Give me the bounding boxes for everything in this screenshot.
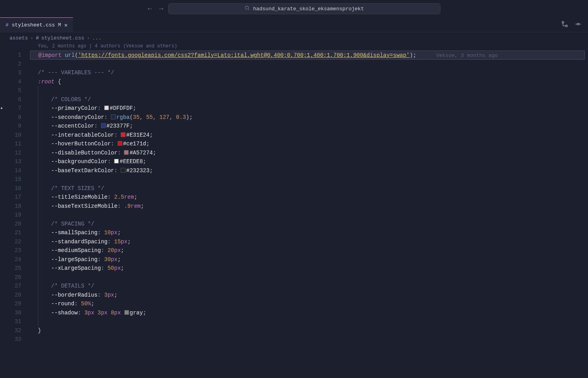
tab-filename: stylesheet.css: [12, 22, 55, 28]
code-line[interactable]: --backgroundColor: #EEEDE8;: [30, 157, 588, 166]
close-icon[interactable]: ✕: [64, 22, 67, 28]
breadcrumb-folder[interactable]: assets: [9, 35, 28, 41]
code-line[interactable]: --interactableColor: #E31E24;: [30, 131, 588, 140]
nav-forward-icon[interactable]: →: [159, 5, 163, 13]
code-line[interactable]: /* COLORS */: [30, 95, 588, 104]
gutter: 12345 678910 1112131415 1617181920 21222…: [0, 51, 30, 378]
code-line[interactable]: /* DETAILS */: [30, 282, 588, 291]
css-file-icon: #: [36, 35, 39, 41]
code-line[interactable]: /* TEXT SIZES */: [30, 184, 588, 193]
code-line[interactable]: --smallSpacing: 10px;: [30, 228, 588, 237]
color-swatch[interactable]: [101, 123, 106, 128]
tabbar: # stylesheet.css M ✕: [0, 17, 588, 32]
code-line[interactable]: /* SPACING */: [30, 220, 588, 229]
code-area[interactable]: @import url('https://fonts.googleapis.co…: [30, 51, 588, 378]
code-line[interactable]: --mediumSpacing: 20px;: [30, 246, 588, 255]
compare-changes-icon[interactable]: [561, 21, 568, 29]
tab-stylesheet-css[interactable]: # stylesheet.css M ✕: [0, 17, 73, 32]
search-text: hadsund_karate_skole_eksamensprojekt: [253, 6, 364, 12]
nav-arrows: ← →: [148, 5, 163, 13]
code-line[interactable]: --round: 50%;: [30, 299, 588, 308]
code-line[interactable]: --baseTextDarkColor: #232323;: [30, 166, 588, 175]
code-line[interactable]: --largeSpacing: 30px;: [30, 255, 588, 264]
code-line[interactable]: --disableButtonColor: #A57274;: [30, 149, 588, 158]
code-line[interactable]: --borderRadius: 3px;: [30, 291, 588, 300]
code-line[interactable]: @import url('https://fonts.googleapis.co…: [30, 51, 585, 60]
breadcrumb[interactable]: assets › # stylesheet.css › ...: [0, 32, 588, 43]
chevron-right-icon: ›: [30, 35, 34, 41]
code-line[interactable]: [30, 86, 588, 95]
code-line[interactable]: --shadow: 3px 3px 8px gray;: [30, 308, 588, 318]
color-swatch[interactable]: [121, 168, 125, 173]
code-line[interactable]: --xLargeSpacing: 50px;: [30, 264, 588, 273]
code-line[interactable]: [30, 60, 588, 69]
tab-modified-indicator: M: [58, 22, 61, 28]
code-line[interactable]: [30, 317, 588, 326]
more-actions-icon[interactable]: [575, 21, 582, 29]
breadcrumb-file[interactable]: stylesheet.css: [41, 35, 84, 41]
code-line[interactable]: --accentColor: #23377F;: [30, 122, 588, 131]
breadcrumb-tail[interactable]: ...: [92, 35, 101, 41]
titlebar: ← → hadsund_karate_skole_eksamensprojekt: [0, 0, 588, 17]
color-swatch[interactable]: [104, 105, 109, 110]
tabbar-actions: [561, 17, 588, 32]
gitlens-file-annotation[interactable]: You, 2 months ago | 4 authors (Veksoe an…: [0, 43, 588, 51]
code-line[interactable]: [30, 211, 588, 220]
svg-point-3: [566, 25, 567, 27]
css-file-icon: #: [6, 22, 9, 28]
code-line[interactable]: --baseTextSizeMobile: .9rem;: [30, 202, 588, 211]
color-swatch[interactable]: [121, 132, 125, 137]
editor[interactable]: 12345 678910 1112131415 1617181920 21222…: [0, 51, 588, 378]
color-swatch[interactable]: [124, 150, 129, 155]
svg-point-4: [577, 23, 579, 25]
code-line[interactable]: [30, 335, 588, 344]
chevron-right-icon: ›: [87, 35, 90, 41]
color-swatch[interactable]: [118, 141, 122, 146]
nav-back-icon[interactable]: ←: [148, 5, 152, 13]
svg-line-1: [248, 9, 249, 10]
command-center-search[interactable]: hadsund_karate_skole_eksamensprojekt: [168, 3, 440, 14]
svg-point-0: [245, 6, 249, 9]
code-line[interactable]: --hoverButtonColor: #ce171d;: [30, 139, 588, 149]
svg-point-2: [562, 21, 564, 23]
code-line[interactable]: [30, 175, 588, 184]
color-swatch[interactable]: [111, 115, 116, 119]
code-line[interactable]: --standardSpacing: 15px;: [30, 237, 588, 246]
code-line[interactable]: --primaryColor: #DFDFDF;: [30, 104, 588, 113]
search-icon: [244, 5, 250, 12]
color-swatch[interactable]: [114, 159, 119, 164]
code-line[interactable]: [30, 273, 588, 282]
code-line[interactable]: /* --- VARIABLES --- */: [30, 68, 588, 77]
code-line[interactable]: }: [30, 326, 588, 335]
color-swatch[interactable]: [124, 310, 129, 315]
code-line[interactable]: --secondaryColor: rgba(35, 55, 127, 0.3)…: [30, 113, 588, 122]
inline-blame[interactable]: Veksoe, 3 months ago: [436, 53, 498, 58]
code-line[interactable]: --titleSizeMobile: 2.5rem;: [30, 193, 588, 202]
code-line[interactable]: :root {: [30, 77, 588, 87]
